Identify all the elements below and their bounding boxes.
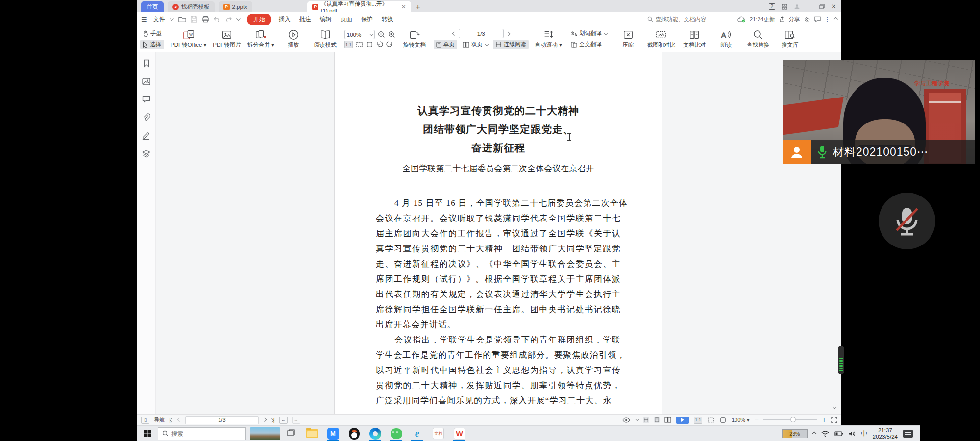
- pdf-to-image-button[interactable]: PDF转图片: [213, 27, 241, 51]
- ime-indicator[interactable]: 中: [861, 429, 867, 438]
- save-icon[interactable]: [191, 16, 197, 23]
- wifi-icon[interactable]: [821, 431, 829, 437]
- redo-icon[interactable]: [225, 16, 232, 22]
- forward-history-icon[interactable]: →: [292, 416, 300, 424]
- nav-panel-icon[interactable]: ▯: [141, 416, 149, 424]
- zoom-plus-icon[interactable]: +: [822, 416, 826, 424]
- notification-center-icon[interactable]: [903, 430, 913, 438]
- doc-compare-button[interactable]: 文档比对: [682, 27, 707, 51]
- tab-pdf-active[interactable]: P 《认真学习宣传贯彻...开》(1).pdf ✕: [307, 1, 411, 12]
- menu-start-active[interactable]: 开始: [247, 14, 271, 25]
- quick-access-chevron-icon[interactable]: [236, 16, 240, 20]
- screenshot-compare-button[interactable]: 截图和对比: [647, 27, 676, 51]
- next-page-status-icon[interactable]: [263, 418, 267, 422]
- double-page-button[interactable]: 双页: [460, 40, 490, 49]
- open-folder-icon[interactable]: [178, 16, 186, 23]
- bookmark-icon[interactable]: [143, 59, 150, 68]
- tab-docer[interactable]: ◕ 找稻壳模板: [168, 1, 215, 12]
- word-translate-button[interactable]: 划词翻译: [568, 29, 609, 38]
- double-page-status-icon[interactable]: [664, 417, 671, 423]
- tab-home[interactable]: 首页: [141, 1, 164, 12]
- task-view-button[interactable]: [287, 429, 295, 438]
- grid-apps-icon[interactable]: [782, 4, 787, 10]
- layers-icon[interactable]: [142, 150, 150, 158]
- new-tab-button[interactable]: +: [416, 2, 420, 11]
- full-translate-button[interactable]: 全文翻译: [568, 40, 609, 49]
- taskbar-file-explorer[interactable]: [305, 427, 318, 440]
- comment-icon[interactable]: [142, 96, 150, 103]
- zoom-out-icon[interactable]: [378, 31, 385, 38]
- tray-clock[interactable]: 21:37 2023/5/24: [873, 427, 898, 440]
- split-merge-button[interactable]: 拆分合并 ▾: [247, 27, 274, 51]
- split-screen-icon[interactable]: 2: [769, 3, 776, 10]
- hamburger-icon[interactable]: ☰: [141, 16, 147, 23]
- menu-comment[interactable]: 批注: [295, 14, 316, 25]
- play-button[interactable]: 播放: [281, 27, 306, 51]
- next-page-icon[interactable]: [506, 31, 510, 35]
- start-button[interactable]: [137, 426, 158, 441]
- tray-chevron-up-icon[interactable]: [812, 431, 816, 435]
- rotate-doc-button[interactable]: 旋转文档: [402, 27, 427, 51]
- green-stripe-widget[interactable]: [838, 346, 844, 374]
- signature-icon[interactable]: [142, 132, 150, 140]
- select-tool-button[interactable]: 选择: [140, 40, 164, 49]
- last-page-icon[interactable]: |: [270, 417, 275, 423]
- continuous-status-icon[interactable]: [643, 417, 649, 423]
- menu-insert[interactable]: 插入: [274, 14, 295, 25]
- page-indicator-box[interactable]: 1/3: [459, 29, 504, 38]
- zoom-in-icon[interactable]: [388, 31, 395, 38]
- compress-button[interactable]: 压缩: [615, 27, 641, 51]
- taskbar-wps[interactable]: W: [453, 427, 466, 440]
- read-aloud-button[interactable]: A 朗读: [713, 27, 739, 51]
- gear-icon[interactable]: [804, 16, 810, 23]
- rotate-left-icon[interactable]: [376, 41, 383, 48]
- restore-icon[interactable]: [819, 4, 825, 9]
- menu-search[interactable]: [647, 16, 731, 22]
- taskbar-qq[interactable]: [347, 427, 361, 440]
- camera-overlay[interactable]: 学与工程学院 材料202100150⋯: [783, 60, 975, 164]
- scroll-down-chevron-icon[interactable]: [833, 402, 835, 411]
- battery-percent-badge[interactable]: 23%: [782, 429, 808, 438]
- single-page-button[interactable]: 单页: [434, 40, 457, 49]
- fullscreen-icon[interactable]: [831, 417, 837, 423]
- prev-page-status-icon[interactable]: [177, 418, 181, 422]
- document-viewer[interactable]: 认真学习宣传贯彻党的二十大精神 团结带领广大同学坚定跟党走、 奋进新征程 全国学…: [156, 52, 841, 414]
- actual-size-button[interactable]: 1:1: [344, 41, 353, 48]
- battery-icon[interactable]: [834, 431, 843, 436]
- zoom-minus-icon[interactable]: −: [755, 416, 759, 424]
- eye-chevron-icon[interactable]: [635, 417, 639, 421]
- prev-page-icon[interactable]: [452, 31, 456, 35]
- more-kebab-icon[interactable]: ⋮: [825, 16, 831, 23]
- zoom-slider-knob[interactable]: [790, 417, 796, 422]
- tab-pptx[interactable]: P 2.pptx: [219, 1, 252, 12]
- play-status-button[interactable]: [676, 416, 689, 424]
- back-history-icon[interactable]: ←: [279, 416, 288, 424]
- pdf-to-office-button[interactable]: W PDF转Office ▾: [171, 27, 206, 51]
- auto-scroll-button[interactable]: 自动滚动 ▾: [535, 27, 562, 51]
- speaker-icon[interactable]: [849, 431, 856, 437]
- read-mode-button[interactable]: 阅读模式: [313, 27, 338, 51]
- zoom-select[interactable]: 100%: [344, 30, 375, 39]
- close-icon[interactable]: ✕: [831, 3, 836, 10]
- menu-search-input[interactable]: [656, 16, 724, 22]
- eye-icon[interactable]: [622, 417, 630, 423]
- message-icon[interactable]: [814, 16, 821, 22]
- taskbar-ie[interactable]: e: [411, 427, 424, 440]
- taskbar-search[interactable]: [158, 427, 246, 440]
- share-button[interactable]: 分享: [789, 16, 800, 23]
- undo-icon[interactable]: [214, 16, 220, 22]
- fit-width-status-icon[interactable]: [707, 417, 714, 423]
- avatar-icon[interactable]: [794, 3, 800, 10]
- mic-muted-button[interactable]: [879, 193, 935, 249]
- fit-page-icon[interactable]: [366, 41, 373, 48]
- zoom-status-value[interactable]: 100% ▾: [732, 417, 750, 423]
- zoom-slider[interactable]: [763, 419, 817, 420]
- hand-tool-button[interactable]: 手型: [140, 29, 164, 38]
- actual-size-status-button[interactable]: 1:1: [694, 416, 702, 424]
- nav-label[interactable]: 导航: [154, 416, 165, 424]
- taskbar-edge[interactable]: [368, 427, 382, 440]
- collapse-ribbon-icon[interactable]: [834, 17, 838, 21]
- rotate-right-icon[interactable]: [386, 41, 393, 48]
- menu-protect[interactable]: 保护: [357, 14, 377, 25]
- taskbar-wechat[interactable]: [390, 427, 403, 440]
